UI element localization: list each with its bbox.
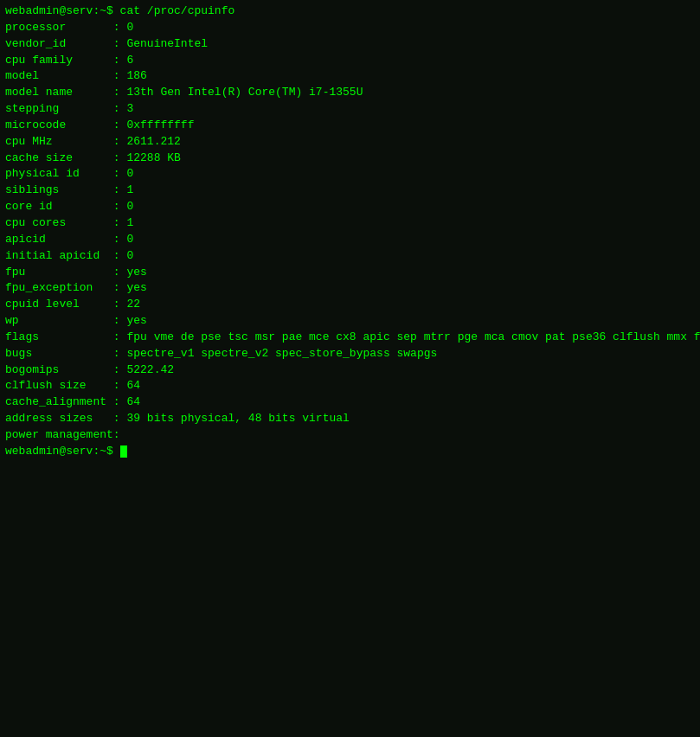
terminal-line: fpu : yes [5, 265, 695, 281]
output-line: address sizes : 39 bits physical, 48 bit… [5, 412, 350, 425]
terminal-line: model name : 13th Gen Intel(R) Core(TM) … [5, 85, 695, 101]
terminal-line: cpu cores : 1 [5, 215, 695, 232]
output-line: bugs : spectre_v1 spectre_v2 spec_store_… [5, 347, 437, 360]
terminal-line: bugs : spectre_v1 spectre_v2 spec_store_… [5, 346, 695, 362]
output-line: fpu_exception : yes [5, 281, 147, 294]
terminal-line: stepping : 3 [5, 101, 695, 118]
terminal-window: webadmin@serv:~$ cat /proc/cpuinfoproces… [0, 0, 700, 737]
terminal-line: fpu_exception : yes [5, 280, 695, 297]
output-line: stepping : 3 [5, 102, 133, 115]
output-line: cpu family : 6 [5, 54, 133, 67]
terminal-line: vendor_id : GenuineIntel [5, 36, 695, 53]
terminal-line: cpu family : 6 [5, 53, 695, 69]
terminal-line: core id : 0 [5, 199, 695, 215]
output-line: cache size : 12288 KB [5, 151, 181, 164]
output-line: core id : 0 [5, 200, 133, 213]
output-line: clflush size : 64 [5, 379, 140, 392]
output-line: cache_alignment : 64 [5, 395, 140, 408]
terminal-line: clflush size : 64 [5, 378, 695, 394]
terminal-line: bogomips : 5222.42 [5, 362, 695, 379]
terminal-line: cache_alignment : 64 [5, 394, 695, 411]
output-line: fpu : yes [5, 266, 147, 279]
output-line: cpu cores : 1 [5, 216, 133, 229]
output-line: processor : 0 [5, 21, 133, 34]
terminal-line: webadmin@serv:~$ [5, 444, 695, 460]
terminal-line: model : 186 [5, 68, 695, 85]
output-line: microcode : 0xffffffff [5, 119, 194, 131]
output-line: apicid : 0 [5, 233, 133, 246]
output-line: physical id : 0 [5, 167, 133, 180]
output-line: flags : fpu vme de pse tsc msr pae mce c… [5, 330, 700, 343]
output-line: model : 186 [5, 69, 147, 82]
terminal-line: microcode : 0xffffffff [5, 118, 695, 134]
terminal-line: initial apicid : 0 [5, 248, 695, 265]
terminal-line: cache size : 12288 KB [5, 151, 695, 167]
terminal-line: siblings : 1 [5, 183, 695, 199]
terminal-line: cpu MHz : 2611.212 [5, 134, 695, 151]
terminal-line: webadmin@serv:~$ cat /proc/cpuinfo [5, 3, 695, 20]
terminal-line: address sizes : 39 bits physical, 48 bit… [5, 411, 695, 427]
output-line: vendor_id : GenuineIntel [5, 37, 208, 50]
terminal-cursor [120, 445, 127, 458]
terminal-line: flags : fpu vme de pse tsc msr pae mce c… [5, 330, 695, 346]
output-line: wp : yes [5, 314, 147, 327]
prompt-line: webadmin@serv:~$ cat /proc/cpuinfo [5, 4, 234, 17]
output-line: cpuid level : 22 [5, 298, 140, 311]
output-line: cpu MHz : 2611.212 [5, 135, 181, 148]
terminal-line: wp : yes [5, 313, 695, 330]
output-line: initial apicid : 0 [5, 249, 133, 262]
terminal-line: cpuid level : 22 [5, 297, 695, 313]
terminal-line: apicid : 0 [5, 232, 695, 248]
terminal-line: processor : 0 [5, 20, 695, 36]
terminal-line: physical id : 0 [5, 166, 695, 183]
output-line: siblings : 1 [5, 183, 133, 196]
terminal-line: power management: [5, 427, 695, 444]
output-line: model name : 13th Gen Intel(R) Core(TM) … [5, 86, 363, 99]
output-line: bogomips : 5222.42 [5, 363, 174, 376]
output-line: power management: [5, 428, 120, 441]
prompt-end: webadmin@serv:~$ [5, 445, 120, 458]
